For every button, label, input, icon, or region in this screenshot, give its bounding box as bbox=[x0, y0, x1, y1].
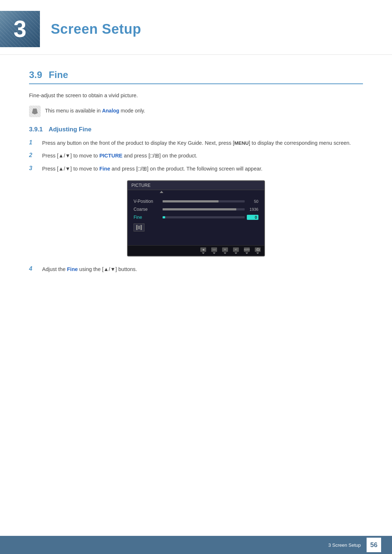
chapter-title: Screen Setup bbox=[51, 21, 141, 37]
ctrl-auto-arrow-down bbox=[245, 253, 248, 254]
page-footer: 3 Screen Setup 56 bbox=[0, 536, 392, 554]
subsection-title: Adjusting Fine bbox=[49, 126, 91, 133]
arrow-up-icon bbox=[160, 191, 163, 193]
ctrl-enter-btn: ↵ bbox=[233, 247, 239, 254]
ctrl-plus-arrow-down bbox=[224, 253, 226, 254]
coarse-value: 1936 bbox=[247, 207, 258, 212]
step-2: 2 Press [▲/▼] to move to PICTURE and pre… bbox=[29, 152, 363, 160]
ctrl-minus-icon: — bbox=[211, 247, 217, 252]
chapter-box: 3 bbox=[0, 11, 40, 47]
spacer bbox=[134, 231, 258, 242]
coarse-fill bbox=[163, 208, 236, 210]
steps-list: 1 Press any button on the front of the p… bbox=[29, 139, 363, 173]
ctrl-minus-btn: — bbox=[211, 247, 217, 254]
step-number-1: 1 bbox=[29, 139, 36, 146]
ctrl-power-sym: ⏻ bbox=[256, 248, 260, 251]
fine-fill bbox=[163, 216, 165, 218]
ctrl-enter-sym: ↵ bbox=[235, 248, 237, 251]
ctrl-enter-arrow-down bbox=[234, 253, 237, 254]
chapter-number: 3 bbox=[13, 16, 26, 42]
monitor-screenshot: PICTURE V-Position 50 bbox=[127, 180, 265, 257]
vposition-track bbox=[163, 200, 245, 202]
arrow-up-indicator bbox=[134, 193, 258, 197]
menu-bar-vposition: 50 bbox=[163, 199, 258, 204]
section-body-text: Fine-adjust the screen to obtain a vivid… bbox=[29, 91, 363, 100]
fine-keyword-step4: Fine bbox=[67, 266, 78, 272]
menu-key: MENU bbox=[234, 140, 249, 146]
monitor-controls: ◄ — + bbox=[128, 245, 264, 256]
note-icon bbox=[29, 106, 41, 117]
menu-icon-box bbox=[134, 223, 144, 231]
ctrl-plus-icon: + bbox=[222, 247, 228, 252]
fine-value: 0 bbox=[247, 215, 258, 220]
ctrl-plus-btn: + bbox=[222, 247, 228, 254]
section-heading: 3.9 Fine bbox=[29, 69, 363, 84]
menu-row-vposition: V-Position 50 bbox=[134, 197, 258, 205]
page-number: 56 bbox=[367, 538, 381, 552]
vposition-value: 50 bbox=[247, 199, 258, 204]
fine-track bbox=[163, 216, 245, 218]
step-text-1: Press any button on the front of the pro… bbox=[42, 139, 351, 147]
footer-text: 3 Screen Setup bbox=[328, 542, 361, 548]
step-text-3: Press [▲/▼] to move to Fine and press [□… bbox=[42, 165, 262, 173]
icon-bar-1 bbox=[136, 225, 138, 230]
subsection-heading: 3.9.1 Adjusting Fine bbox=[29, 126, 363, 133]
menu-row-coarse: Coarse 1936 bbox=[134, 205, 258, 213]
ctrl-auto-icon: AUTO bbox=[244, 247, 250, 252]
section-number: 3.9 bbox=[29, 69, 42, 81]
note-box: This menu is available in Analog mode on… bbox=[29, 106, 363, 117]
coarse-track bbox=[163, 208, 245, 210]
vposition-fill bbox=[163, 200, 219, 202]
ctrl-left-btn: ◄ bbox=[200, 247, 206, 254]
ctrl-plus-sym: + bbox=[224, 248, 226, 251]
subsection-number: 3.9.1 bbox=[29, 126, 43, 133]
ctrl-left-sym: ◄ bbox=[202, 248, 205, 251]
step-4: 4 Adjust the Fine using the [▲/▼] button… bbox=[29, 265, 363, 274]
ctrl-power-arrow-down bbox=[256, 253, 259, 254]
ctrl-left-arrow-down bbox=[202, 253, 205, 254]
monitor-display: PICTURE V-Position 50 bbox=[127, 180, 265, 257]
icon-bar-2 bbox=[138, 226, 140, 229]
main-content: 3.9 Fine Fine-adjust the screen to obtai… bbox=[0, 55, 392, 292]
page-header: 3 Screen Setup bbox=[0, 0, 392, 55]
ctrl-enter-icon: ↵ bbox=[233, 247, 239, 252]
ctrl-auto-btn: AUTO bbox=[244, 247, 250, 254]
step-number-3: 3 bbox=[29, 165, 36, 172]
ctrl-auto-sym: AUTO bbox=[244, 249, 250, 251]
monitor-title-bar: PICTURE bbox=[128, 181, 264, 190]
ctrl-minus-sym: — bbox=[213, 248, 216, 251]
picture-keyword: PICTURE bbox=[99, 153, 123, 159]
ctrl-power-btn: ⏻ bbox=[255, 247, 261, 254]
menu-bar-coarse: 1936 bbox=[163, 207, 258, 212]
menu-row-fine: Fine 0 bbox=[134, 213, 258, 221]
step-text-2: Press [▲/▼] to move to PICTURE and press… bbox=[42, 152, 197, 160]
ctrl-minus-arrow-down bbox=[213, 253, 216, 254]
menu-bar-fine: 0 bbox=[163, 215, 258, 220]
monitor-title: PICTURE bbox=[131, 183, 151, 188]
icon-bar-3 bbox=[140, 225, 142, 230]
step-1: 1 Press any button on the front of the p… bbox=[29, 139, 363, 147]
fine-keyword-step3: Fine bbox=[99, 166, 110, 172]
step-number-4: 4 bbox=[29, 265, 36, 272]
ctrl-power-icon: ⏻ bbox=[255, 247, 261, 252]
menu-label-fine: Fine bbox=[134, 215, 163, 220]
ctrl-left-icon: ◄ bbox=[200, 247, 206, 252]
menu-label-coarse: Coarse bbox=[134, 207, 163, 212]
step-text-4: Adjust the Fine using the [▲/▼] buttons. bbox=[42, 265, 137, 274]
section-title: Fine bbox=[49, 69, 68, 81]
menu-label-vposition: V-Position bbox=[134, 199, 163, 204]
pencil-icon bbox=[32, 108, 38, 114]
step-number-2: 2 bbox=[29, 152, 36, 159]
step-3: 3 Press [▲/▼] to move to Fine and press … bbox=[29, 165, 363, 173]
monitor-menu-area: V-Position 50 Coarse 19 bbox=[128, 190, 264, 245]
menu-icon-inner bbox=[136, 225, 142, 230]
note-text: This menu is available in Analog mode on… bbox=[45, 106, 145, 115]
